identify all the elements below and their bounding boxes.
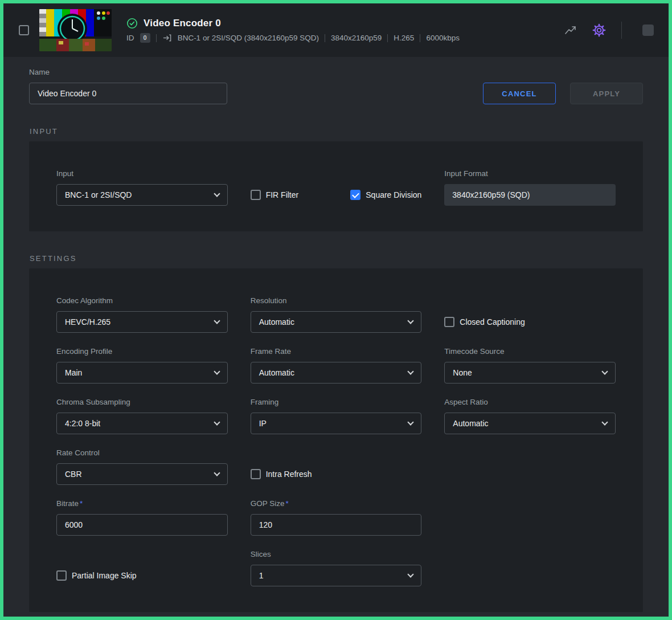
closed-captioning-option[interactable]: Closed Captioning	[444, 317, 525, 327]
chevron-down-icon	[214, 470, 220, 476]
rate-control-label: Rate Control	[56, 447, 228, 459]
cancel-button[interactable]: CANCEL	[483, 83, 556, 104]
resolution-value: Automatic	[259, 317, 294, 327]
square-division-option[interactable]: Square Division	[350, 190, 421, 200]
encoder-meta-row: ID 0 BNC-1 or 2SI/SQD (3840x2160p59 SQD)…	[126, 33, 460, 43]
partial-image-skip-checkbox[interactable]	[56, 570, 67, 581]
fir-filter-checkbox[interactable]	[251, 190, 261, 200]
square-division-checkbox[interactable]	[350, 190, 360, 200]
input-format-value: 3840x2160p59 (SQD)	[452, 190, 530, 199]
encoder-form: Name CANCEL APPLY INPUT Input BNC-1 or 2…	[3, 57, 669, 617]
meta-separator	[156, 34, 157, 42]
partial-image-skip-label: Partial Image Skip	[72, 571, 137, 580]
input-format-label: Input Format	[444, 168, 616, 180]
timecode-source-select[interactable]: None	[444, 362, 616, 384]
gear-icon	[592, 23, 607, 38]
chevron-down-icon	[214, 419, 220, 425]
encoding-profile-select[interactable]: Main	[56, 362, 228, 384]
chevron-down-icon	[601, 368, 608, 374]
chroma-subsampling-value: 4:2:0 8-bit	[65, 419, 100, 428]
encoder-header: Video Encoder 0 ID 0 BNC-1 or 2SI/SQD (3…	[3, 3, 669, 57]
resolution-label: Resolution	[251, 295, 422, 307]
required-mark: *	[80, 499, 83, 508]
status-ok-icon	[126, 18, 138, 29]
encoding-profile-value: Main	[65, 368, 82, 377]
settings-panel: Codec Algorithm HEVC/H.265 Resolution Au…	[29, 268, 643, 612]
header-divider	[621, 22, 622, 39]
input-section-title: INPUT	[30, 127, 643, 136]
input-source-icon	[162, 33, 172, 43]
frame-rate-value: Automatic	[259, 368, 294, 377]
chevron-down-icon	[214, 317, 220, 324]
closed-captioning-label: Closed Captioning	[460, 317, 525, 327]
intra-refresh-option[interactable]: Intra Refresh	[251, 469, 312, 479]
id-label: ID	[126, 34, 134, 42]
slices-select[interactable]: 1	[251, 565, 422, 586]
meta-separator	[387, 34, 388, 42]
encoding-profile-label: Encoding Profile	[56, 345, 228, 357]
id-badge: 0	[140, 33, 150, 43]
codec-algorithm-label: Codec Algorithm	[56, 295, 228, 307]
test-pattern-image	[39, 9, 112, 51]
rate-control-select[interactable]: CBR	[56, 463, 228, 485]
row-select-checkbox[interactable]	[19, 25, 29, 35]
name-label: Name	[29, 66, 227, 78]
meta-separator	[420, 34, 420, 42]
chevron-down-icon	[408, 419, 414, 425]
partial-image-skip-option[interactable]: Partial Image Skip	[56, 570, 137, 581]
codec-text: H.265	[394, 34, 414, 42]
chevron-down-icon	[408, 317, 414, 324]
chroma-subsampling-select[interactable]: 4:2:0 8-bit	[56, 413, 228, 434]
chevron-down-icon	[214, 368, 220, 374]
timecode-source-value: None	[453, 368, 472, 377]
codec-algorithm-select[interactable]: HEVC/H.265	[56, 311, 228, 333]
input-summary: BNC-1 or 2SI/SQD (3840x2160p59 SQD)	[178, 34, 319, 42]
slices-label: Slices	[251, 548, 422, 560]
square-button[interactable]	[640, 22, 656, 38]
resolution-text: 3840x2160p59	[331, 34, 382, 42]
chevron-down-icon	[408, 571, 414, 577]
rate-control-value: CBR	[65, 470, 82, 479]
required-mark: *	[285, 499, 288, 508]
resolution-select[interactable]: Automatic	[251, 311, 422, 333]
settings-button[interactable]	[589, 21, 609, 40]
fir-filter-label: FIR Filter	[266, 190, 299, 199]
stats-button[interactable]	[562, 22, 579, 39]
apply-button[interactable]: APPLY	[570, 83, 643, 104]
slices-value: 1	[259, 571, 264, 580]
frame-rate-label: Frame Rate	[251, 345, 422, 357]
input-format-field: 3840x2160p59 (SQD)	[444, 184, 616, 206]
aspect-ratio-select[interactable]: Automatic	[444, 413, 616, 434]
square-icon	[642, 25, 654, 36]
closed-captioning-checkbox[interactable]	[444, 317, 454, 327]
chevron-down-icon	[601, 419, 608, 425]
input-panel: Input BNC-1 or 2SI/SQD FIR Filter Square…	[29, 141, 643, 231]
input-label: Input	[56, 168, 228, 180]
chevron-down-icon	[408, 368, 414, 374]
gop-size-input[interactable]	[251, 514, 422, 536]
settings-section-title: SETTINGS	[30, 254, 643, 263]
chroma-subsampling-label: Chroma Subsampling	[56, 396, 228, 408]
aspect-ratio-value: Automatic	[453, 419, 488, 428]
fir-filter-option[interactable]: FIR Filter	[251, 190, 299, 200]
bitrate-input[interactable]	[56, 514, 228, 536]
name-input[interactable]	[29, 83, 227, 104]
title-block: Video Encoder 0 ID 0 BNC-1 or 2SI/SQD (3…	[126, 18, 460, 43]
framing-label: Framing	[251, 396, 422, 408]
timecode-source-label: Timecode Source	[444, 345, 616, 357]
frame-rate-select[interactable]: Automatic	[251, 362, 422, 384]
input-select[interactable]: BNC-1 or 2SI/SQD	[56, 184, 228, 206]
chart-icon	[564, 24, 577, 36]
framing-select[interactable]: IP	[251, 413, 422, 434]
framing-value: IP	[259, 419, 267, 428]
encoder-config-page: Video Encoder 0 ID 0 BNC-1 or 2SI/SQD (3…	[0, 0, 672, 620]
page-title: Video Encoder 0	[144, 18, 221, 29]
input-select-value: BNC-1 or 2SI/SQD	[65, 190, 132, 199]
intra-refresh-label: Intra Refresh	[266, 470, 312, 479]
meta-separator	[325, 34, 325, 42]
chevron-down-icon	[214, 190, 220, 197]
square-division-label: Square Division	[366, 190, 421, 199]
gop-size-label: GOP Size	[251, 499, 285, 508]
bitrate-text: 6000kbps	[426, 34, 460, 42]
intra-refresh-checkbox[interactable]	[251, 469, 261, 479]
